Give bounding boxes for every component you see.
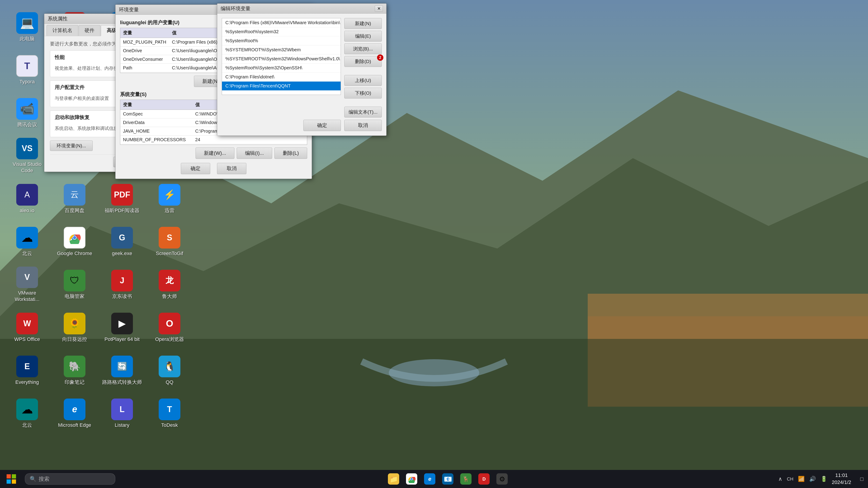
desktop-icon-opera[interactable]: O Opera浏览器: [147, 307, 192, 348]
svg-point-9: [73, 236, 76, 239]
icon-label-everything: Everything: [16, 379, 39, 386]
taskbar-filexplorer[interactable]: 📁: [385, 471, 401, 487]
tencent-pc-icon: 🛡: [64, 270, 86, 291]
editenv-down-btn[interactable]: 下移(O): [344, 88, 382, 98]
desktop-icon-vscode[interactable]: VS Visual Studio Code: [4, 135, 50, 176]
editenv-browse-btn[interactable]: 浏览(B)...: [344, 43, 382, 54]
desktop-icon-potplayer[interactable]: ▶ PotPlayer 64 bit: [99, 307, 145, 348]
desktop-icon-bcloud2[interactable]: ☁ 北云: [4, 393, 50, 434]
editenv-list-item[interactable]: C:\Program Files\dotnet\: [222, 72, 341, 82]
search-placeholder: 搜索: [39, 475, 50, 483]
editenv-list-item[interactable]: %SystemRoot%: [222, 36, 341, 45]
editenv-ok-btn[interactable]: 确定: [303, 120, 341, 131]
tray-notification-icon[interactable]: □: [860, 476, 864, 482]
editenv-list-item[interactable]: C:\Program Files (x86)\VMware\VMware Wor…: [222, 18, 341, 27]
desktop-icon-bcloud[interactable]: ☁ 北云: [4, 221, 50, 262]
taskbar-clock[interactable]: 11:01 2024/1/2: [832, 472, 851, 486]
editenv-list-item[interactable]: %SYSTEMROOT%\System32\Wbem: [222, 45, 341, 55]
desktop-icon-vmware[interactable]: V VMware Workstati...: [4, 264, 50, 305]
desktop-icon-typora[interactable]: T Typora: [4, 50, 50, 90]
icon-label-yinxiang: 印象笔记: [65, 379, 85, 386]
envvar-ok-btn[interactable]: 确定: [181, 163, 210, 174]
desktop-icon-foxitpdf[interactable]: PDF 福昕PDF阅读器: [99, 178, 145, 219]
envvar-cancel-btn[interactable]: 取消: [217, 163, 246, 174]
desktop-icon-wps[interactable]: W WPS Office: [4, 307, 50, 348]
editenv-list-item[interactable]: %SystemRoot%\system32: [222, 27, 341, 36]
taskbar-mail-btn[interactable]: 📧: [440, 471, 456, 487]
icon-label-ludashi: 鲁大师: [162, 293, 177, 300]
editenv-list-item[interactable]: %SYSTEMROOT%\System32\WindowsPowerShell\…: [222, 55, 341, 64]
sys-delete-btn[interactable]: 删除(L): [274, 148, 307, 159]
desktop-icon-listary[interactable]: L Listary: [99, 393, 145, 434]
icon-label-diannao: 此电脑: [20, 36, 35, 42]
tray-expand-icon[interactable]: ∧: [778, 476, 782, 482]
bcloud2-icon: ☁: [16, 398, 38, 420]
start-button[interactable]: [0, 470, 23, 488]
editenv-delete-btn[interactable]: 删除(D) 2: [344, 56, 382, 67]
geek-icon: G: [111, 227, 133, 249]
desktop-icon-todesk[interactable]: T ToDesk: [147, 393, 192, 434]
editenv-edittext-btn[interactable]: 编辑文本(T)...: [344, 107, 382, 118]
sys-var-name: OS: [120, 144, 193, 145]
desktop-icon-baidu-pan[interactable]: 云 百度网盘: [52, 178, 97, 219]
desktop-icon-jd-reader[interactable]: J 京东读书: [99, 264, 145, 305]
editenv-new-btn[interactable]: 新建(N): [344, 18, 382, 29]
icon-label-tencent-pc: 电脑管家: [65, 293, 85, 300]
icon-label-foxitpdf: 福昕PDF阅读器: [105, 207, 140, 214]
sys-edit-btn[interactable]: 编辑(I)...: [237, 148, 272, 159]
editenv-list-item[interactable]: %SystemRoot%\System32\OpenSSH\: [222, 64, 341, 72]
taskbar-search-box[interactable]: 🔍 搜索: [25, 473, 115, 485]
desktop-icon-screentogif[interactable]: S ScreenToGif: [147, 221, 192, 262]
sys-new-btn[interactable]: 新建(W)...: [195, 148, 235, 159]
desktop-icon-yinxiang[interactable]: 🐘 印象笔记: [52, 350, 97, 391]
desktop-icon-format[interactable]: 🔄 路路格式转换大师: [99, 350, 145, 391]
desktop-icon-everything[interactable]: E Everything: [4, 350, 50, 391]
taskbar-edge-btn[interactable]: e: [422, 471, 438, 487]
icon-label-bcloud2: 北云: [22, 422, 32, 429]
svg-rect-6: [588, 294, 868, 339]
tab-hardware[interactable]: 硬件: [79, 25, 100, 36]
taskbar-yuque-btn[interactable]: 🦌: [458, 471, 474, 487]
editenv-controls: ✕: [375, 5, 383, 12]
desktop-icon-tencent-pc[interactable]: 🛡 电脑管家: [52, 264, 97, 305]
desktop-icon-msedge[interactable]: e Microsoft Edge: [52, 393, 97, 434]
editenv-edit-btn[interactable]: 编辑(E): [344, 31, 382, 41]
editenv-list-item[interactable]: C:\Program Files\Tencent\QQNT: [222, 82, 341, 91]
icon-label-jd-reader: 京东读书: [112, 293, 132, 300]
sys-var-row[interactable]: OSWindows_NT: [120, 144, 307, 145]
sys-var-name: NUMBER_OF_PROCESSORS: [120, 135, 193, 144]
tab-computername[interactable]: 计算机名: [46, 25, 78, 36]
tray-keyboard-icon[interactable]: CH: [787, 477, 794, 482]
editenv-cancel-btn[interactable]: 取消: [344, 120, 382, 131]
env-variables-btn[interactable]: 环境变量(N)...: [50, 140, 93, 151]
tray-battery-icon[interactable]: 🔋: [820, 476, 827, 482]
desktop-icon-tencent-meeting[interactable]: 📹 腾讯会议: [4, 93, 50, 133]
desktop-icon-sunflower[interactable]: 🌻 向日葵远控: [52, 307, 97, 348]
editenv-title: 编辑环境变量: [221, 5, 375, 12]
baidu-pan-icon: 云: [64, 184, 86, 205]
desktop-icon-geek[interactable]: G geek.exe: [99, 221, 145, 262]
delete-badge: 2: [377, 55, 383, 61]
editenv-close-btn[interactable]: ✕: [375, 5, 383, 12]
tray-wifi-icon[interactable]: 📶: [798, 476, 805, 482]
svg-rect-11: [12, 474, 16, 479]
vmware-icon: V: [16, 267, 38, 288]
yinxiang-icon: 🐘: [64, 356, 86, 377]
taskbar-chrome-btn[interactable]: [404, 471, 420, 487]
editenv-up-btn[interactable]: 上移(U): [344, 75, 382, 86]
desktop-icon-qq[interactable]: 🐧 QQ: [147, 350, 192, 391]
desktop-icon-thunder[interactable]: ⚡ 迅雷: [147, 178, 192, 219]
desktop-icon-ludashi[interactable]: 龙 鲁大师: [147, 264, 192, 305]
sys-var-name: JAVA_HOME: [120, 127, 193, 135]
desktop-icon-aleo[interactable]: A aleo.io: [4, 178, 50, 219]
desktop-icon-chrome[interactable]: Google Chrome: [52, 221, 97, 262]
tray-speaker-icon[interactable]: 🔊: [809, 476, 816, 482]
sys-var-value: Windows_NT: [193, 144, 307, 145]
taskbar-manage-btn[interactable]: ⚙: [494, 471, 510, 487]
everything-icon: E: [16, 356, 38, 377]
desktop-icon-diannao[interactable]: 💻 此电脑: [4, 7, 50, 47]
chrome-icon: [64, 227, 86, 249]
icon-label-thunder: 迅雷: [164, 207, 175, 214]
taskbar-youdao-btn[interactable]: D: [476, 471, 492, 487]
sys-var-row[interactable]: NUMBER_OF_PROCESSORS24: [120, 135, 307, 144]
